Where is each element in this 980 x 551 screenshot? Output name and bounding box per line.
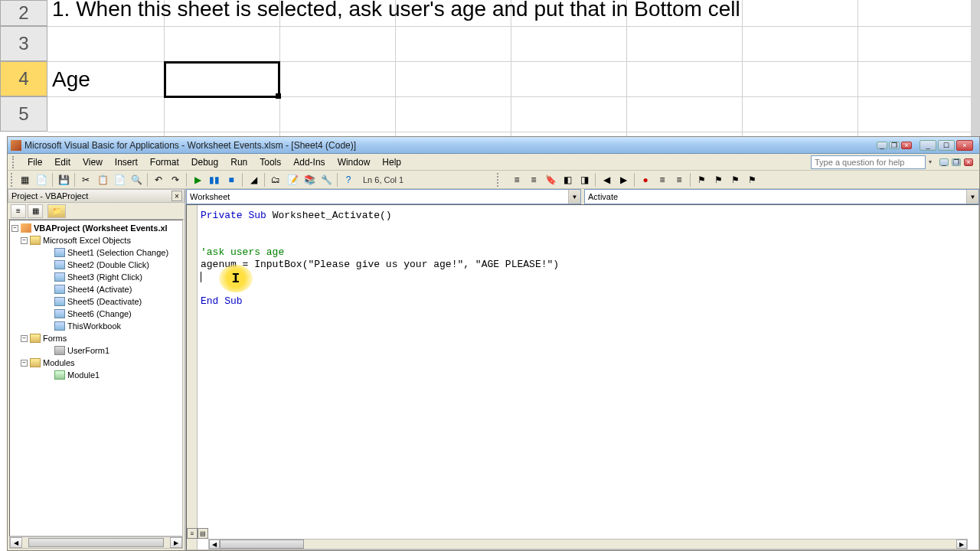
bookmark-toggle-icon[interactable]: ⚑ (694, 172, 709, 187)
save-icon[interactable]: 💾 (56, 172, 71, 187)
bookmark-next-icon[interactable]: ⚑ (710, 172, 726, 187)
bookmark-icon[interactable]: 🔖 (543, 172, 558, 187)
code-content[interactable]: Private Sub Worksheet_Activate() 'ask us… (201, 210, 559, 308)
view-excel-icon[interactable]: ▦ (17, 172, 32, 187)
tree-module1[interactable]: Module1 (67, 370, 100, 380)
cursor-position: Ln 6, Col 1 (358, 174, 419, 185)
object-browser-icon[interactable]: 📚 (302, 172, 317, 187)
tree-sheet4[interactable]: Sheet4 (Activate) (67, 285, 132, 294)
toolbox-icon[interactable]: 🔧 (318, 172, 334, 187)
run-icon[interactable]: ▶ (190, 172, 205, 187)
menu-file[interactable]: File (21, 155, 48, 169)
view-object-icon[interactable]: ▦ (28, 204, 43, 218)
mdi-minimize-icon[interactable]: _ (877, 142, 887, 149)
indent-right-icon[interactable]: ≡ (526, 172, 541, 187)
menu-edit[interactable]: Edit (48, 155, 77, 169)
code-hscroll[interactable]: ◀ ▶ (208, 539, 968, 549)
code-editor[interactable]: Private Sub Worksheet_Activate() 'ask us… (186, 204, 979, 550)
full-module-view-icon[interactable]: ▤ (198, 528, 208, 539)
scroll-right-icon[interactable]: ▶ (170, 537, 182, 548)
menu-addins[interactable]: Add-Ins (287, 155, 331, 169)
break-icon[interactable]: ▮▮ (207, 172, 222, 187)
find-icon[interactable]: 🔍 (129, 172, 144, 187)
design-mode-icon[interactable]: ◢ (246, 172, 261, 187)
tree-forms: Forms (43, 334, 67, 343)
code-scroll-right-icon[interactable]: ▶ (956, 540, 967, 549)
indent-icon[interactable]: ▶ (616, 172, 631, 187)
row-header-3[interactable]: 3 (0, 26, 47, 61)
menu-format[interactable]: Format (144, 155, 185, 169)
comment-block-icon[interactable]: ≡ (655, 172, 670, 187)
menu-tools[interactable]: Tools (253, 155, 287, 169)
breakpoint-icon[interactable]: ● (638, 172, 653, 187)
scroll-thumb[interactable] (28, 538, 164, 547)
project-hscroll[interactable]: ◀ ▶ (9, 536, 183, 549)
window-close-icon[interactable]: × (956, 140, 973, 151)
redo-icon[interactable]: ↷ (168, 172, 183, 187)
row-header-2[interactable]: 2 (0, 0, 47, 26)
mdi-restore2-icon[interactable]: ❐ (952, 158, 961, 166)
tree-sheet3[interactable]: Sheet3 (Right Click) (67, 272, 142, 282)
row-header-5[interactable]: 5 (0, 96, 47, 132)
copy-icon[interactable]: 📋 (95, 172, 110, 187)
bookmark-prev-icon[interactable]: ⚑ (727, 172, 743, 187)
outdent-icon[interactable]: ◀ (599, 172, 614, 187)
dropdown-arrow-icon[interactable]: ▼ (966, 190, 978, 204)
row-headers: 2 3 4 5 (0, 0, 47, 132)
help-dropdown-icon[interactable]: ▾ (929, 158, 936, 165)
indent-left-icon[interactable]: ≡ (509, 172, 524, 187)
panel-close-icon[interactable]: × (172, 191, 182, 201)
menu-help[interactable]: Help (376, 155, 407, 169)
tree-sheet1[interactable]: Sheet1 (Selection Change) (67, 248, 168, 257)
menu-insert[interactable]: Insert (109, 155, 144, 169)
tree-sheet5[interactable]: Sheet5 (Deactivate) (67, 297, 142, 306)
uncomment-icon[interactable]: ◨ (577, 172, 592, 187)
row-header-4[interactable]: 4 (0, 61, 47, 96)
procedure-dropdown[interactable]: Activate ▼ (584, 189, 979, 204)
tree-sheet2[interactable]: Sheet2 (Double Click) (67, 260, 149, 269)
project-explorer-panel: Project - VBAProject × ≡ ▦ 📁 −VBAProject… (8, 189, 186, 550)
project-explorer-icon[interactable]: 🗂 (268, 172, 283, 187)
age-label-cell: Age (52, 67, 90, 92)
tree-thisworkbook[interactable]: ThisWorkbook (67, 321, 121, 331)
bookmark-clear-icon[interactable]: ⚑ (744, 172, 760, 187)
mdi-close2-icon[interactable]: × (964, 158, 973, 166)
menu-debug[interactable]: Debug (185, 155, 224, 169)
menubar: File Edit View Insert Format Debug Run T… (8, 154, 979, 171)
mdi-close-icon[interactable]: × (901, 142, 912, 149)
window-maximize-icon[interactable]: ☐ (938, 140, 955, 151)
vba-titlebar[interactable]: Microsoft Visual Basic for Applications … (8, 137, 979, 154)
tree-userform1[interactable]: UserForm1 (67, 346, 109, 355)
menu-run[interactable]: Run (224, 155, 253, 169)
procedure-view-icon[interactable]: ≡ (187, 528, 198, 539)
properties-icon[interactable]: 📝 (285, 172, 300, 187)
help-icon[interactable]: ? (341, 172, 356, 187)
toggle-folders-icon[interactable]: 📁 (47, 204, 66, 218)
project-tree[interactable]: −VBAProject (Worksheet Events.xl −Micros… (9, 220, 183, 536)
uncomment-block-icon[interactable]: ≡ (671, 172, 687, 187)
scroll-left-icon[interactable]: ◀ (10, 537, 22, 548)
insert-dropdown-icon[interactable]: 📄 (34, 172, 49, 187)
dropdown-arrow-icon[interactable]: ▼ (568, 190, 580, 204)
object-dropdown[interactable]: Worksheet ▼ (186, 189, 581, 204)
menu-view[interactable]: View (77, 155, 109, 169)
selected-cell-b4[interactable] (164, 61, 280, 98)
undo-icon[interactable]: ↶ (151, 172, 166, 187)
fill-handle[interactable] (276, 93, 281, 99)
menu-window[interactable]: Window (332, 155, 377, 169)
mdi-restore-icon[interactable]: ❐ (889, 142, 900, 149)
code-scroll-thumb[interactable] (220, 540, 304, 549)
view-code-icon[interactable]: ≡ (11, 204, 26, 218)
code-scroll-left-icon[interactable]: ◀ (209, 540, 220, 549)
tree-sheet6[interactable]: Sheet6 (Change) (67, 309, 132, 318)
help-search-input[interactable] (811, 155, 926, 169)
paste-icon[interactable]: 📄 (112, 172, 127, 187)
window-minimize-icon[interactable]: _ (920, 140, 936, 151)
mdi-minimize2-icon[interactable]: _ (939, 158, 949, 166)
project-panel-header[interactable]: Project - VBAProject × (8, 189, 185, 203)
reset-icon[interactable]: ■ (224, 172, 239, 187)
vba-editor-window: Microsoft Visual Basic for Applications … (7, 136, 980, 551)
cut-icon[interactable]: ✂ (78, 172, 93, 187)
toolbar: ▦ 📄 💾 ✂ 📋 📄 🔍 ↶ ↷ ▶ ▮▮ ■ ◢ 🗂 📝 📚 🔧 ? Ln … (8, 171, 979, 189)
comment-icon[interactable]: ◧ (560, 172, 575, 187)
